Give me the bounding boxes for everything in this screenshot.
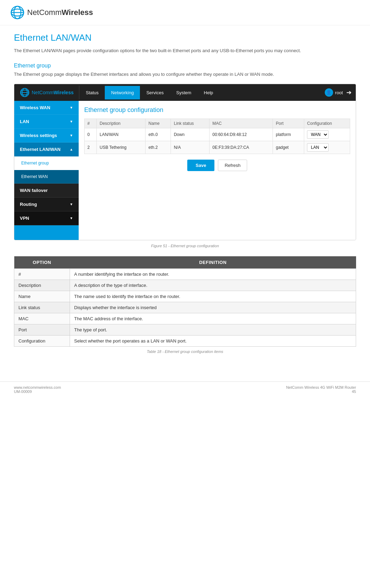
sidebar-item-ethernet-group[interactable]: Ethernet group bbox=[14, 156, 79, 170]
table-row: 0 LAN/WAN eth.0 Down 00:60:64:D9:48:12 p… bbox=[85, 128, 350, 141]
list-item: Description A description of the type of… bbox=[14, 280, 356, 291]
nav-items: Status Networking Services System Help bbox=[79, 86, 324, 99]
chevron-down-icon: ▼ bbox=[70, 120, 73, 123]
footer-model: UM-00009 bbox=[14, 389, 61, 394]
logo-area: NetCommWireless bbox=[10, 6, 360, 19]
chevron-up-icon: ▲ bbox=[70, 147, 73, 151]
footer-right: NetComm Wireless 4G WiFi M2M Router 45 bbox=[286, 385, 356, 394]
col-header-description: Description bbox=[97, 119, 145, 128]
list-item: MAC The MAC address of the interface. bbox=[14, 313, 356, 324]
chevron-down-icon: ▼ bbox=[70, 202, 73, 206]
def-col-option: OPTION bbox=[14, 256, 70, 269]
router-body: Wireless WAN ▼ LAN ▼ Wireless settings ▼… bbox=[14, 101, 356, 240]
col-header-mac: MAC bbox=[210, 119, 273, 128]
router-logo-text: NetCommWireless bbox=[32, 90, 73, 95]
def-col-definition: DEFINITION bbox=[70, 256, 356, 269]
def-def-mac: The MAC address of the interface. bbox=[70, 313, 356, 324]
footer-product: NetComm Wireless 4G WiFi M2M Router bbox=[286, 385, 356, 389]
sidebar-item-ethernet-wan[interactable]: Ethernet WAN bbox=[14, 170, 79, 184]
page-title: Ethernet LAN/WAN bbox=[14, 32, 356, 43]
chevron-down-icon: ▼ bbox=[70, 106, 73, 110]
sidebar-item-ethernet-group-label: Ethernet group bbox=[21, 161, 49, 166]
logo-text: NetCommWireless bbox=[27, 8, 93, 17]
cell-port-2: gadget bbox=[273, 141, 304, 154]
save-button[interactable]: Save bbox=[187, 160, 214, 171]
def-option-name: Name bbox=[14, 291, 70, 302]
logout-icon[interactable]: ➔ bbox=[346, 89, 352, 96]
def-def-hash: A number identifying the interface on th… bbox=[70, 269, 356, 280]
cell-desc-0: LAN/WAN bbox=[97, 128, 145, 141]
netcomm-logo-icon bbox=[10, 6, 24, 19]
figure-caption: Figure 51 - Ethernet group configuration bbox=[14, 244, 356, 248]
footer-website: www.netcommwireless.com bbox=[14, 385, 61, 389]
cell-desc-2: USB Tethering bbox=[97, 141, 145, 154]
cell-link-status-0: Down bbox=[171, 128, 210, 141]
nav-item-services[interactable]: Services bbox=[140, 86, 170, 99]
sidebar-item-lan[interactable]: LAN ▼ bbox=[14, 115, 79, 129]
nav-item-help[interactable]: Help bbox=[198, 86, 220, 99]
cell-mac-0: 00:60:64:D9:48:12 bbox=[210, 128, 273, 141]
chevron-down-icon: ▼ bbox=[70, 134, 73, 137]
def-def-link-status: Displays whether the interface is insert… bbox=[70, 302, 356, 313]
list-item: # A number identifying the interface on … bbox=[14, 269, 356, 280]
list-item: Name The name used to identify the inter… bbox=[14, 291, 356, 302]
definition-table: OPTION DEFINITION # A number identifying… bbox=[14, 256, 356, 347]
cell-name-0: eth.0 bbox=[145, 128, 171, 141]
list-item: Configuration Select whether the port op… bbox=[14, 336, 356, 347]
sidebar-item-wireless-settings[interactable]: Wireless settings ▼ bbox=[14, 129, 79, 143]
col-header-configuration: Configuration bbox=[304, 119, 350, 128]
sidebar-item-routing[interactable]: Routing ▼ bbox=[14, 198, 79, 211]
table-row: 2 USB Tethering eth.2 N/A 0E:F3:39:DA:27… bbox=[85, 141, 350, 154]
router-navbar: NetCommWireless Status Networking Servic… bbox=[14, 84, 356, 101]
col-header-num: # bbox=[85, 119, 97, 128]
section-desc: The Ethernet group page displays the Eth… bbox=[14, 71, 356, 78]
doc-footer: www.netcommwireless.com UM-00009 NetComm… bbox=[0, 381, 370, 397]
config-table: # Description Name Link status MAC Port … bbox=[84, 119, 350, 154]
list-item: Port The type of port. bbox=[14, 324, 356, 336]
def-def-name: The name used to identify the interface … bbox=[70, 291, 356, 302]
sidebar-item-routing-label: Routing bbox=[20, 202, 37, 207]
config-select-0[interactable]: WAN LAN bbox=[307, 130, 329, 139]
sidebar-item-wireless-settings-label: Wireless settings bbox=[20, 133, 57, 138]
col-header-port: Port bbox=[273, 119, 304, 128]
sidebar-item-vpn-label: VPN bbox=[20, 216, 29, 221]
nav-item-status[interactable]: Status bbox=[79, 86, 105, 99]
nav-item-system[interactable]: System bbox=[170, 86, 197, 99]
main-area: Ethernet group configuration # Descripti… bbox=[79, 101, 356, 240]
sidebar: Wireless WAN ▼ LAN ▼ Wireless settings ▼… bbox=[14, 101, 79, 240]
def-option-description: Description bbox=[14, 280, 70, 291]
sidebar-item-wireless-wan[interactable]: Wireless WAN ▼ bbox=[14, 101, 79, 115]
sidebar-item-vpn[interactable]: VPN ▼ bbox=[14, 211, 79, 225]
cell-config-0[interactable]: WAN LAN bbox=[304, 128, 350, 141]
config-title: Ethernet group configuration bbox=[84, 106, 350, 114]
footer-page-number: 45 bbox=[286, 389, 356, 394]
nav-right: 👤 root ➔ bbox=[325, 88, 356, 97]
def-option-hash: # bbox=[14, 269, 70, 280]
def-option-link-status: Link status bbox=[14, 302, 70, 313]
router-logo-icon bbox=[20, 88, 30, 97]
sidebar-item-wireless-wan-label: Wireless WAN bbox=[20, 105, 50, 110]
config-select-2[interactable]: LAN WAN bbox=[307, 143, 329, 152]
table-caption: Table 18 - Ethernet group configuration … bbox=[14, 349, 356, 354]
cell-config-2[interactable]: LAN WAN bbox=[304, 141, 350, 154]
list-item: Link status Displays whether the interfa… bbox=[14, 302, 356, 313]
cell-link-status-2: N/A bbox=[171, 141, 210, 154]
doc-header: NetCommWireless bbox=[0, 0, 370, 25]
chevron-down-icon: ▼ bbox=[70, 216, 73, 220]
cell-name-2: eth.2 bbox=[145, 141, 171, 154]
col-header-name: Name bbox=[145, 119, 171, 128]
cell-num-2: 2 bbox=[85, 141, 97, 154]
main-content: Ethernet LAN/WAN The Ethernet LAN/WAN pa… bbox=[0, 25, 370, 361]
user-icon: 👤 bbox=[325, 88, 333, 97]
refresh-button[interactable]: Refresh bbox=[218, 160, 247, 171]
nav-user: 👤 root bbox=[325, 88, 343, 97]
sidebar-item-ethernet-lan-wan[interactable]: Ethernet LAN/WAN ▲ bbox=[14, 143, 79, 156]
def-def-port: The type of port. bbox=[70, 324, 356, 336]
def-def-configuration: Select whether the port operates as a LA… bbox=[70, 336, 356, 347]
nav-item-networking[interactable]: Networking bbox=[105, 86, 140, 99]
router-ui-screenshot: NetCommWireless Status Networking Servic… bbox=[14, 84, 356, 240]
section-heading: Ethernet group bbox=[14, 63, 356, 69]
sidebar-item-wan-failover[interactable]: WAN failover bbox=[14, 184, 79, 198]
username: root bbox=[335, 90, 343, 95]
cell-mac-2: 0E:F3:39:DA:27:CA bbox=[210, 141, 273, 154]
